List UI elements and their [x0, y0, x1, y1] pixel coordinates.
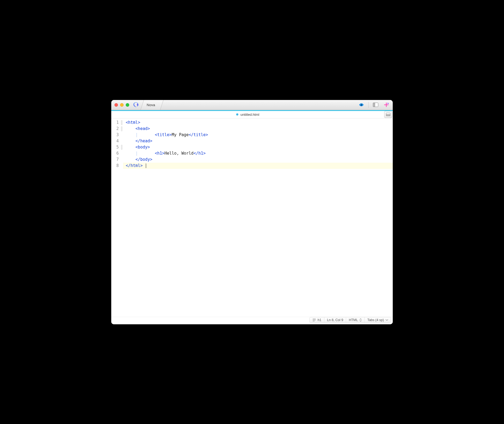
breadcrumb-icon — [312, 318, 316, 322]
minimize-window-button[interactable] — [120, 103, 124, 107]
line-number-gutter: 12345678 — [111, 118, 120, 317]
file-tab-bar: untitled.html — [111, 111, 393, 118]
file-tab[interactable]: untitled.html — [111, 113, 384, 117]
fold-handle[interactable] — [121, 145, 123, 150]
line-number: 6 — [111, 150, 119, 157]
code-line[interactable]: <body> — [126, 144, 393, 150]
chevron-down-icon — [386, 319, 388, 321]
file-tab-label: untitled.html — [240, 113, 259, 117]
preview-button[interactable] — [358, 102, 365, 108]
language-label: HTML — [349, 318, 358, 322]
code-line[interactable]: </body> — [126, 157, 393, 163]
project-tab[interactable]: Nova — [140, 100, 164, 110]
cursor-position-label: Ln 8, Col 9 — [327, 318, 343, 322]
eye-icon — [358, 102, 364, 108]
new-tab-button[interactable] — [383, 102, 390, 108]
svg-point-0 — [361, 104, 362, 106]
project-tab-label: Nova — [147, 103, 155, 107]
fold-handle[interactable] — [121, 126, 123, 131]
traffic-lights — [111, 103, 129, 107]
unsaved-indicator-icon — [236, 113, 238, 116]
indent-select[interactable]: Tabs (4 sp) — [364, 317, 391, 323]
symbol-path-label: h1 — [318, 318, 321, 322]
code-line[interactable]: </html> — [126, 163, 393, 169]
toggle-panel-button[interactable] — [384, 111, 392, 118]
status-bar: h1 Ln 8, Col 9 HTML Tabs (4 sp) — [111, 317, 393, 324]
toolbar-divider — [368, 102, 369, 108]
svg-rect-3 — [373, 103, 375, 107]
app-logo-icon — [133, 102, 139, 108]
code-line[interactable]: </head> — [126, 138, 393, 144]
line-number: 1 — [111, 120, 119, 126]
close-window-button[interactable] — [114, 103, 118, 107]
zoom-window-button[interactable] — [126, 103, 129, 107]
updown-icon — [360, 318, 362, 322]
code-line[interactable]: | <title>My Page</title> — [126, 132, 393, 138]
fold-column — [120, 118, 123, 317]
line-number: 3 — [111, 132, 119, 138]
line-number: 5 — [111, 144, 119, 150]
language-select[interactable]: HTML — [346, 317, 364, 323]
code-editor[interactable]: 12345678 <html> <head> | <title>My Page<… — [111, 118, 393, 317]
indent-label: Tabs (4 sp) — [367, 318, 384, 322]
plus-icon — [384, 102, 389, 107]
line-number: 8 — [111, 163, 119, 169]
status-pill: h1 Ln 8, Col 9 HTML Tabs (4 sp) — [309, 317, 391, 323]
code-line[interactable]: | <h1>Hello, World</h1> — [126, 150, 393, 157]
line-number: 2 — [111, 126, 119, 132]
line-number: 7 — [111, 157, 119, 163]
cursor-position[interactable]: Ln 8, Col 9 — [324, 317, 346, 323]
symbol-path-button[interactable]: h1 — [310, 317, 324, 323]
svg-point-1 — [361, 104, 361, 105]
sidebar-icon — [373, 103, 378, 107]
toolbar-right — [358, 102, 393, 108]
line-number: 4 — [111, 138, 119, 144]
toggle-sidebar-button[interactable] — [372, 102, 379, 108]
panel-icon — [386, 113, 390, 116]
code-line[interactable]: <head> — [126, 126, 393, 132]
text-caret — [146, 163, 146, 168]
fold-handle[interactable] — [121, 120, 123, 125]
app-window: Nova — [111, 100, 393, 324]
titlebar: Nova — [111, 100, 393, 110]
code-line[interactable]: <html> — [126, 120, 393, 126]
svg-rect-5 — [386, 114, 390, 116]
code-area[interactable]: <html> <head> | <title>My Page</title> <… — [123, 118, 393, 317]
